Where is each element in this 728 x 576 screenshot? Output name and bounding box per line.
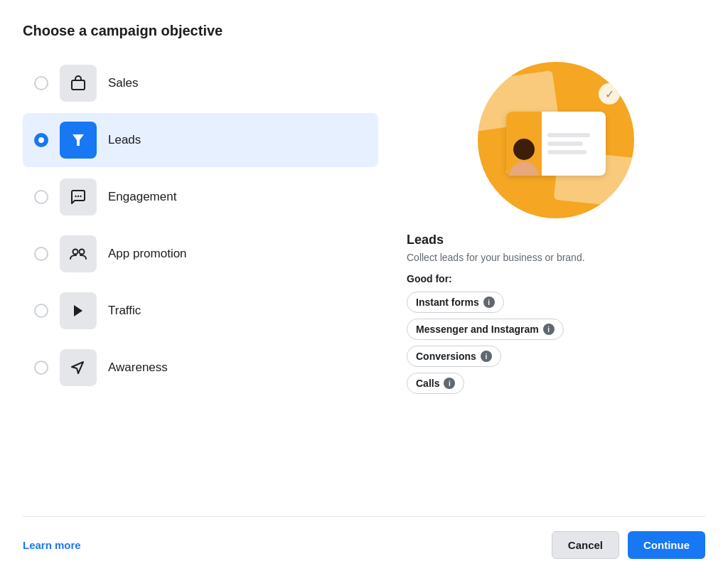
objectives-list: Sales Leads	[23, 56, 378, 499]
sales-icon	[70, 75, 87, 92]
tag-instant-forms-label: Instant forms	[416, 297, 479, 308]
tag-conversions: Conversions i	[407, 346, 501, 367]
svg-point-4	[80, 196, 81, 197]
svg-marker-7	[74, 305, 82, 316]
radio-sales[interactable]	[34, 76, 48, 90]
tags-list: Instant forms i Messenger and Instagram …	[407, 292, 705, 394]
svg-rect-0	[72, 80, 85, 90]
footer-buttons: Cancel Continue	[552, 531, 705, 559]
awareness-label: Awareness	[108, 361, 168, 375]
line-3	[547, 150, 587, 154]
avatar-section	[506, 112, 542, 176]
engagement-icon	[70, 188, 87, 206]
radio-engagement[interactable]	[34, 190, 48, 204]
tag-messenger-instagram: Messenger and Instagram i	[407, 319, 564, 340]
tag-instant-forms: Instant forms i	[407, 292, 504, 313]
check-badge: ✓	[599, 83, 620, 105]
profile-card	[506, 112, 606, 176]
awareness-icon	[70, 359, 87, 376]
svg-point-6	[80, 250, 85, 255]
traffic-label: Traffic	[108, 304, 141, 318]
sales-icon-box	[60, 65, 97, 102]
svg-point-5	[73, 250, 78, 255]
instant-forms-info-icon[interactable]: i	[483, 297, 495, 308]
detail-objective-name: Leads	[407, 233, 705, 247]
radio-app-promotion[interactable]	[34, 247, 48, 261]
radio-traffic[interactable]	[34, 304, 48, 318]
objective-item-sales[interactable]: Sales	[23, 56, 378, 110]
app-promotion-icon	[69, 245, 87, 263]
campaign-objective-dialog: Choose a campaign objective Sales	[0, 0, 728, 576]
tag-calls-label: Calls	[416, 378, 439, 389]
learn-more-link[interactable]: Learn more	[23, 539, 81, 551]
svg-point-2	[75, 196, 76, 197]
svg-marker-1	[73, 134, 84, 146]
card-lines	[542, 112, 596, 176]
objective-item-engagement[interactable]: Engagement	[23, 170, 378, 224]
objective-item-app-promotion[interactable]: App promotion	[23, 227, 378, 281]
app-promotion-label: App promotion	[108, 247, 187, 261]
app-promotion-icon-box	[60, 235, 97, 272]
tag-messenger-instagram-label: Messenger and Instagram	[416, 324, 539, 335]
leads-icon	[70, 132, 87, 149]
engagement-label: Engagement	[108, 190, 176, 204]
line-2	[547, 142, 583, 146]
leads-illustration: ✓	[478, 62, 634, 218]
detail-description: Collect leads for your business or brand…	[407, 252, 705, 263]
radio-awareness[interactable]	[34, 361, 48, 375]
objective-item-awareness[interactable]: Awareness	[23, 341, 378, 395]
dialog-footer: Learn more Cancel Continue	[23, 516, 705, 576]
svg-point-3	[77, 196, 79, 197]
awareness-icon-box	[60, 349, 97, 386]
tag-calls: Calls i	[407, 373, 464, 394]
calls-info-icon[interactable]: i	[444, 378, 455, 389]
cancel-button[interactable]: Cancel	[552, 531, 619, 559]
dialog-title: Choose a campaign objective	[23, 23, 705, 39]
engagement-icon-box	[60, 178, 97, 215]
leads-icon-box	[60, 122, 97, 159]
conversions-info-icon[interactable]: i	[481, 351, 492, 362]
leads-label: Leads	[108, 133, 141, 147]
illustration-circle: ✓	[478, 62, 634, 218]
dialog-body: Sales Leads	[23, 56, 705, 499]
traffic-icon	[70, 302, 87, 319]
detail-panel: ✓ Leads Collect leads for your business …	[407, 56, 705, 499]
objective-item-leads[interactable]: Leads	[23, 113, 378, 167]
good-for-label: Good for:	[407, 273, 705, 284]
continue-button[interactable]: Continue	[628, 531, 705, 559]
traffic-icon-box	[60, 292, 97, 329]
line-1	[547, 133, 590, 137]
tag-conversions-label: Conversions	[416, 351, 476, 362]
messenger-instagram-info-icon[interactable]: i	[543, 324, 555, 335]
radio-leads[interactable]	[34, 133, 48, 147]
sales-label: Sales	[108, 76, 139, 90]
objective-item-traffic[interactable]: Traffic	[23, 284, 378, 338]
